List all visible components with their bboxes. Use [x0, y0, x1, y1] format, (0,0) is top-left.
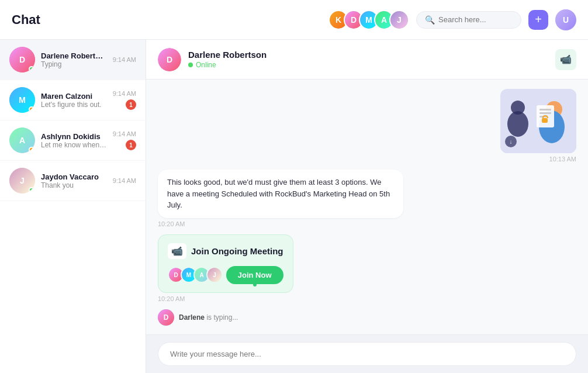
- page-title: Chat: [12, 12, 40, 27]
- illustration-svg: ↓: [500, 89, 576, 153]
- text-message-bubble: This looks good, but we'd must give them…: [158, 170, 403, 218]
- input-area: [146, 334, 588, 373]
- sidebar-avatar-jaydon: J: [9, 168, 35, 194]
- meeting-video-icon: 📹: [168, 243, 186, 259]
- sidebar-msg-maren: Let's figure this out.: [41, 101, 107, 109]
- sidebar-item-jaydon[interactable]: J Jaydon Vaccaro Thank you 9:14 AM: [0, 161, 146, 201]
- sidebar-item-darlene[interactable]: D Darlene Robertson Typing 9:14 AM: [0, 40, 146, 80]
- typing-name: Darlene: [179, 313, 205, 322]
- sidebar-meta-ashlynn: 9:14 AM 1: [113, 130, 136, 150]
- sidebar-item-maren[interactable]: M Maren Calzoni Let's figure this out. 9…: [0, 80, 146, 120]
- header-avatar-5: J: [389, 10, 409, 30]
- sidebar-info-jaydon: Jaydon Vaccaro Thank you: [41, 172, 107, 189]
- message-input[interactable]: [170, 350, 564, 358]
- add-button[interactable]: +: [528, 10, 548, 30]
- status-dot-jaydon: [29, 187, 34, 193]
- svg-text:↓: ↓: [510, 139, 513, 145]
- svg-rect-6: [539, 109, 551, 110]
- messages-area: ↓ 10:13 AM This looks good, but we'd mus…: [146, 80, 588, 334]
- app-header: Chat K D M A J 🔍: [0, 0, 588, 40]
- meeting-title: Join Ongoing Meeting: [191, 246, 283, 256]
- image-message-time: 10:13 AM: [549, 156, 576, 163]
- sidebar-name-jaydon: Jaydon Vaccaro: [41, 172, 107, 181]
- typing-suffix: is typing...: [206, 313, 238, 322]
- sidebar-info-ashlynn: Ashlynn Dokidis Let me know when can...: [41, 132, 107, 149]
- main-content: D Darlene Robertson Typing 9:14 AM M: [0, 40, 588, 373]
- chat-contact-status: Online: [188, 61, 267, 69]
- sidebar-meta-darlene: 9:14 AM: [113, 56, 136, 63]
- current-user-avatar[interactable]: U: [555, 9, 576, 30]
- image-message-block: ↓ 10:13 AM: [500, 89, 576, 163]
- text-message-row: This looks good, but we'd must give them…: [158, 170, 576, 227]
- meeting-card: 📹 Join Ongoing Meeting D M: [158, 234, 293, 293]
- status-dot-ashlynn: [29, 147, 34, 153]
- sidebar-item-ashlynn[interactable]: A Ashlynn Dokidis Let me know when can..…: [0, 120, 146, 161]
- sidebar-avatar-darlene: D: [9, 47, 35, 72]
- search-icon: 🔍: [425, 15, 435, 25]
- meeting-avatars: D M A J: [168, 267, 223, 283]
- message-input-box[interactable]: [158, 342, 576, 366]
- meeting-av-4: J: [206, 267, 223, 283]
- svg-rect-9: [542, 118, 548, 123]
- sidebar-meta-jaydon: 9:14 AM: [113, 177, 136, 184]
- meeting-card-row: 📹 Join Ongoing Meeting D M: [158, 234, 576, 302]
- chat-contact-avatar: D: [158, 48, 181, 71]
- svg-rect-7: [539, 112, 551, 114]
- status-dot-maren: [29, 106, 34, 112]
- sidebar-badge-maren: 1: [126, 99, 136, 110]
- typing-text: Darlene is typing...: [179, 313, 238, 322]
- sidebar-info-maren: Maren Calzoni Let's figure this out.: [41, 92, 107, 109]
- sidebar-time-maren: 9:14 AM: [113, 90, 136, 97]
- svg-point-2: [511, 101, 525, 115]
- chat-header-left: D Darlene Robertson Online: [158, 48, 267, 71]
- sidebar-msg-darlene: Typing: [41, 60, 107, 68]
- sidebar-msg-ashlynn: Let me know when can...: [41, 141, 107, 149]
- search-bar[interactable]: 🔍: [416, 11, 521, 29]
- sidebar-time-jaydon: 9:14 AM: [113, 177, 136, 184]
- sidebar-time-ashlynn: 9:14 AM: [113, 130, 136, 137]
- sidebar-meta-maren: 9:14 AM 1: [113, 90, 136, 110]
- sidebar-info-darlene: Darlene Robertson Typing: [41, 51, 107, 68]
- image-thumbnail: ↓: [500, 89, 576, 153]
- status-dot-darlene: [29, 66, 34, 72]
- chat-header: D Darlene Robertson Online 📹: [146, 40, 588, 80]
- sidebar-msg-jaydon: Thank you: [41, 181, 107, 189]
- meeting-footer: D M A J: [168, 266, 283, 284]
- video-call-button[interactable]: 📹: [555, 49, 576, 70]
- sidebar-avatar-ashlynn: A: [9, 127, 35, 153]
- meeting-card-header: 📹 Join Ongoing Meeting: [168, 243, 283, 259]
- header-right: K D M A J 🔍 + U: [328, 9, 576, 30]
- sidebar-avatar-maren: M: [9, 87, 35, 113]
- sidebar-name-maren: Maren Calzoni: [41, 92, 107, 101]
- join-now-button[interactable]: Join Now: [226, 266, 283, 284]
- meeting-message-time: 10:20 AM: [158, 295, 185, 302]
- chat-header-info: Darlene Robertson Online: [188, 50, 267, 69]
- svg-point-1: [507, 111, 528, 137]
- image-message-row: ↓ 10:13 AM: [158, 89, 576, 163]
- image-illustration: ↓: [500, 89, 576, 153]
- sidebar: D Darlene Robertson Typing 9:14 AM M: [0, 40, 146, 373]
- search-input[interactable]: [438, 15, 513, 24]
- sidebar-name-darlene: Darlene Robertson: [41, 51, 107, 60]
- typing-avatar: D: [158, 309, 174, 326]
- text-message-time: 10:20 AM: [158, 220, 185, 227]
- sidebar-name-ashlynn: Ashlynn Dokidis: [41, 132, 107, 141]
- chat-contact-name: Darlene Robertson: [188, 50, 267, 60]
- header-avatar-group: K D M A J: [328, 10, 409, 30]
- sidebar-badge-ashlynn: 1: [126, 140, 136, 150]
- status-dot-chat: [188, 63, 193, 67]
- typing-indicator-row: D Darlene is typing...: [158, 309, 576, 326]
- chat-area: D Darlene Robertson Online 📹: [146, 40, 588, 373]
- sidebar-time-darlene: 9:14 AM: [113, 56, 136, 63]
- status-label: Online: [196, 61, 216, 69]
